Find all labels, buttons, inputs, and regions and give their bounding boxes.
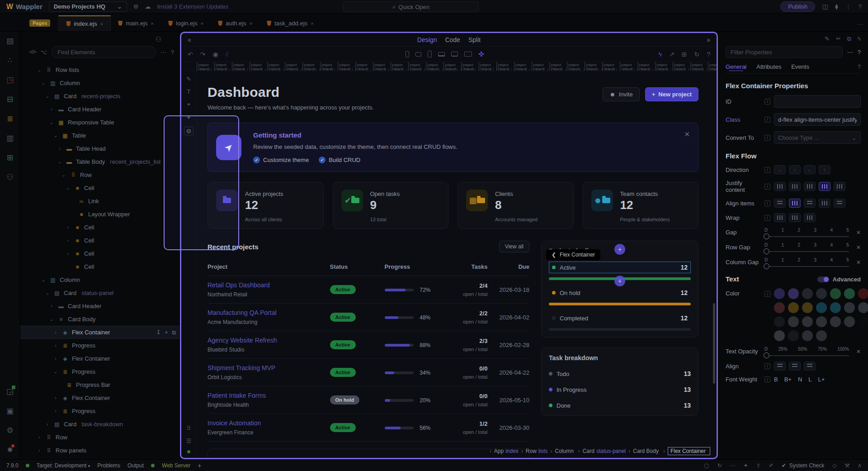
wrap-icon[interactable] bbox=[789, 213, 801, 222]
tree-item[interactable]: ≣ Progress Bar ↧ + ⧉ bbox=[20, 378, 179, 391]
column-gap-slider[interactable]: D12345 bbox=[764, 257, 849, 267]
stop-icon[interactable]: ▢ bbox=[704, 462, 709, 469]
color-swatch[interactable] bbox=[830, 288, 841, 299]
tree-item[interactable]: › ◈ Flex Container ↧ + ⧉ bbox=[20, 326, 179, 339]
color-swatch[interactable] bbox=[858, 288, 868, 299]
tree-expander-icon[interactable]: › bbox=[53, 395, 58, 400]
add-element-button-top[interactable]: + bbox=[614, 244, 625, 255]
color-swatch[interactable] bbox=[858, 302, 868, 313]
color-swatch[interactable] bbox=[802, 316, 813, 327]
tree-expander-icon[interactable]: ⌄ bbox=[45, 290, 50, 295]
color-swatch[interactable] bbox=[830, 316, 841, 327]
sitemap-icon[interactable]: ⌥ bbox=[40, 49, 47, 56]
publish-button[interactable]: Publish bbox=[780, 1, 815, 12]
canvas-help-icon[interactable]: ? bbox=[707, 51, 710, 58]
align-stretch-icon[interactable] bbox=[819, 199, 830, 208]
stat-card[interactable]: ☻ Team contacts 12 People & stakeholders bbox=[583, 182, 699, 229]
tree-item[interactable]: ⌄ ▥ Column ↧ + ⧉ bbox=[20, 273, 179, 286]
file-tab[interactable]: index.ejs × bbox=[58, 15, 111, 31]
cleanup-icon[interactable]: ✐ bbox=[769, 462, 774, 469]
tree-expander-icon[interactable]: ⌄ bbox=[49, 317, 54, 322]
guides-toggle-icon[interactable]: ☰ bbox=[186, 438, 192, 444]
tree-item[interactable]: › ▤ Card task-breakdown ↧ + ⧉ bbox=[20, 418, 179, 431]
font-weight-option[interactable]: N bbox=[798, 376, 802, 383]
banner-check-item[interactable]: ✔ Customize theme bbox=[253, 157, 309, 163]
edit-tool-icon[interactable]: ✎ bbox=[186, 76, 191, 82]
preview-eye-icon[interactable]: ⊙ bbox=[184, 127, 193, 135]
tree-expander-icon[interactable]: › bbox=[53, 343, 58, 348]
color-swatch[interactable] bbox=[816, 288, 827, 299]
project-row[interactable]: Manufacturing QA Portal Acme Manufacturi… bbox=[208, 304, 529, 331]
tree-expander-icon[interactable]: › bbox=[53, 409, 58, 414]
gap-slider-knob[interactable] bbox=[764, 233, 769, 239]
breadcrumb-item[interactable]: › Card Body bbox=[628, 448, 660, 454]
tree-item[interactable]: ⌄ ▥ Column ↧ + ⧉ bbox=[20, 76, 179, 90]
direction-column-icon[interactable]: ↓ bbox=[789, 165, 801, 174]
measure-tool-icon[interactable]: ⌖ bbox=[187, 101, 190, 108]
file-tab[interactable]: main.ejs × bbox=[111, 15, 161, 31]
tree-expander-icon[interactable]: › bbox=[49, 107, 54, 112]
api-connections-icon[interactable]: ∴ bbox=[8, 56, 13, 65]
dark-mode-icon[interactable]: ☾ bbox=[226, 51, 231, 58]
device-desktop-icon[interactable] bbox=[451, 52, 458, 57]
tree-expander-icon[interactable]: ⌄ bbox=[61, 172, 66, 177]
close-tab-icon[interactable]: × bbox=[250, 21, 252, 26]
tree-item[interactable]: ⌄ ≣ Progress ↧ + ⧉ bbox=[20, 365, 179, 378]
project-link[interactable]: Patient Intake Forms bbox=[208, 392, 330, 399]
help-icon[interactable]: ? bbox=[859, 3, 862, 10]
color-swatch[interactable] bbox=[774, 302, 785, 313]
extensions-icon[interactable]: ◳ bbox=[6, 75, 14, 85]
tree-help-icon[interactable]: ? bbox=[171, 49, 174, 56]
device-phablet-icon[interactable] bbox=[428, 51, 432, 57]
align-start-icon[interactable] bbox=[774, 199, 786, 208]
justify-between-icon[interactable] bbox=[819, 182, 830, 191]
tree-item[interactable]: ■ Layout Wrapper ↧ + ⧉ bbox=[20, 208, 179, 221]
nowrap-icon[interactable] bbox=[774, 213, 786, 222]
system-check-button[interactable]: ✔ System Check bbox=[782, 462, 824, 469]
color-swatch[interactable] bbox=[774, 316, 785, 327]
filter-more-icon[interactable]: ⋯ bbox=[847, 49, 853, 56]
qr-code-icon[interactable]: ⊞ bbox=[682, 51, 687, 58]
color-swatch[interactable] bbox=[802, 288, 813, 299]
add-inside-icon[interactable]: + bbox=[165, 329, 168, 336]
advanced-toggle[interactable] bbox=[817, 276, 829, 282]
tree-expander-icon[interactable]: ⌄ bbox=[49, 120, 54, 125]
tree-item[interactable]: › ◈ Flex Container ↧ + ⧉ bbox=[20, 391, 179, 404]
kebab-menu-icon[interactable]: ⋮ bbox=[845, 3, 851, 10]
font-weight-option[interactable]: L bbox=[808, 376, 811, 383]
align-left-icon[interactable] bbox=[774, 362, 786, 371]
profile-icon[interactable]: ✸ bbox=[7, 445, 13, 455]
ai-assistant-icon[interactable]: ⚇ bbox=[6, 172, 13, 182]
tree-item[interactable]: › ■ Cell ↧ + ⧉ bbox=[20, 234, 179, 247]
breakdown-item[interactable]: In Progress 13 bbox=[549, 386, 691, 393]
tree-expander-icon[interactable]: › bbox=[53, 356, 58, 361]
project-row[interactable]: Agency Website Refresh Bluebird Studio A… bbox=[208, 331, 529, 359]
tree-item[interactable]: ⌄ ▤ Card recent-projects ↧ + ⧉ bbox=[20, 90, 179, 103]
ai-sparkles-icon[interactable]: ✦ bbox=[744, 462, 748, 469]
gap-slider[interactable]: D12345 bbox=[764, 228, 849, 237]
tabs-help-icon[interactable]: ? bbox=[858, 63, 861, 70]
pipeline-item[interactable]: Completed 12 bbox=[549, 312, 691, 331]
tree-item[interactable]: › ⠿ Row ↧ + ⧉ bbox=[20, 431, 179, 444]
tree-item[interactable]: ⌄ ⠿ Row ↧ + ⧉ bbox=[20, 168, 179, 181]
database-icon[interactable]: ⊟ bbox=[7, 95, 13, 104]
tree-expander-icon[interactable]: ⌄ bbox=[65, 186, 71, 190]
clear-opacity-icon[interactable]: ✕ bbox=[856, 348, 861, 355]
tree-item[interactable]: ⌄ ▦ Responsive Table ↧ + ⧉ bbox=[20, 116, 179, 129]
color-swatch[interactable] bbox=[816, 316, 827, 327]
redo-icon[interactable]: ↷ bbox=[200, 51, 206, 58]
tree-expander-icon[interactable]: › bbox=[45, 422, 50, 427]
device-laptop-icon[interactable] bbox=[438, 52, 445, 57]
color-swatch[interactable] bbox=[858, 316, 868, 327]
expand-up-icon[interactable]: ∧ bbox=[858, 462, 862, 469]
color-swatch[interactable] bbox=[788, 316, 799, 327]
close-tab-icon[interactable]: × bbox=[311, 21, 313, 26]
project-link[interactable]: Invoice Automation bbox=[208, 419, 330, 427]
file-tab[interactable]: task_add.ejs × bbox=[259, 15, 321, 31]
tree-item[interactable]: ■ Cell ↧ + ⧉ bbox=[20, 260, 179, 273]
view-all-button[interactable]: View all bbox=[499, 241, 529, 252]
more-actions-icon[interactable]: ⋯ bbox=[730, 462, 736, 469]
tree-expander-icon[interactable]: › bbox=[53, 330, 58, 335]
tab-overflow-icon[interactable]: ⋯ bbox=[858, 21, 863, 28]
insert-after-icon[interactable]: ↧ bbox=[156, 329, 160, 336]
